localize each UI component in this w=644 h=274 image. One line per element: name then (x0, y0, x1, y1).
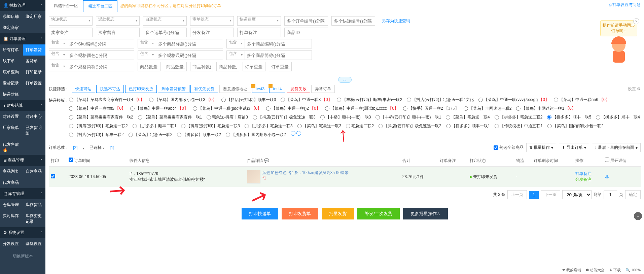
tpl-radio[interactable]: 【拼多多】宅急送二联2 (495, 113, 543, 121)
check-all-products[interactable]: 勾选全部商品 (494, 145, 524, 150)
tpl-radio[interactable]: 【抖店(云打印)】极兔速递一联3 (253, 113, 316, 121)
filter-select[interactable]: 审单状态 (190, 16, 234, 26)
tpl-radio[interactable]: 【菜鸟】菜鸟裹裹商家寄件一联4【0】 (69, 96, 144, 103)
filter-input[interactable] (269, 62, 292, 71)
tpl-radio[interactable]: 【抖店(云打印)】宅急送一联2 (69, 122, 128, 130)
page-1[interactable]: 1 (529, 191, 539, 199)
sort-dropdown[interactable]: ↕ 最后下单的排在前面 ▾ (592, 143, 641, 152)
collapse-toggle[interactable]: ︿ (338, 77, 352, 83)
contain-select[interactable]: 包含 (138, 50, 156, 60)
quick-filter-btn[interactable]: test3 (252, 85, 268, 93)
sidebar-item[interactable]: 备货单 (23, 56, 46, 67)
export-dropdown[interactable]: ⬇ 导出订单 ▾ (559, 143, 589, 152)
tpl-radio[interactable]: 【抖店(云打印)】宅急送一联4文化 (407, 96, 474, 103)
sidebar-item[interactable]: 添加店铺 (0, 11, 23, 22)
tpl-radio[interactable]: 【菜鸟】国内邮政小包一联3【0】 (149, 96, 216, 103)
filter-input[interactable] (67, 39, 134, 48)
switch-version[interactable]: 切换新版本 (0, 249, 45, 263)
tpl-radio[interactable]: 【菜鸟】中通一联()2【0】 (266, 105, 320, 112)
page-input[interactable] (604, 191, 617, 199)
sidebar-group[interactable]: 👤 授权管理˄ (0, 0, 45, 11)
sidebar-group[interactable]: 📋 订单管理˄ (0, 33, 45, 44)
more-batch-btn[interactable]: 更多批量操作∧ (403, 208, 448, 219)
filter-input[interactable] (331, 16, 375, 26)
tpl-radio[interactable]: 【菜鸟】中通一联abc4【0】 (130, 105, 188, 112)
tpl-radio[interactable]: 【拼多多】宅急送一联3 (245, 122, 293, 130)
quick-filter-btn[interactable]: 快递可达 (72, 85, 95, 93)
tpl-radio[interactable]: 【菜鸟】宅急送一联2 (129, 131, 173, 138)
sidebar-item[interactable]: 库存货品 (23, 199, 46, 210)
tab-platform-2[interactable]: 精选平台二区 (83, 0, 117, 12)
print-delivery-btn[interactable]: 打印发货单 (282, 208, 318, 219)
row-checkbox[interactable] (51, 174, 55, 178)
quick-filter-btn[interactable]: test4 (269, 85, 285, 93)
filter-input[interactable] (156, 50, 223, 60)
sidebar-item[interactable]: 商品列表 (0, 166, 23, 177)
quick-filter-btn[interactable]: 有优先发货 (190, 85, 218, 93)
filter-input[interactable] (67, 62, 134, 71)
sidebar-item[interactable]: 分发设置 (0, 238, 23, 249)
sidebar-item[interactable]: 已发货明细 (23, 122, 46, 139)
quick-filter-btn[interactable]: 快递不可达 (96, 85, 124, 93)
page-size[interactable]: 20 条/页 (562, 190, 592, 199)
print-express-btn[interactable]: 打印快递单 (242, 208, 278, 219)
tpl-radio[interactable]: 【拼多多】顺丰一联5 (547, 113, 591, 121)
filter-input[interactable] (190, 62, 213, 71)
sidebar-item[interactable]: 快递对账 (0, 89, 23, 100)
sidebar-item[interactable]: 对账中心 (23, 111, 46, 122)
tpl-radio[interactable]: 【抖店(云打印)】宅急送一联3 (181, 122, 240, 130)
tpl-radio[interactable]: 【抖店(云打印)】顺丰一联3 (221, 96, 276, 103)
contain-select[interactable]: 包含 (49, 39, 67, 48)
sidebar-item[interactable]: 基础设置 (23, 238, 46, 249)
filter-input[interactable] (143, 28, 187, 37)
tpl-radio[interactable]: 【菜鸟】国内邮政小包一联2 (547, 122, 604, 130)
sidebar-item[interactable]: 实时库存 (0, 210, 23, 227)
sidebar-item[interactable]: 打单发货 (23, 44, 46, 56)
tpl-radio[interactable]: 【传统模板】中通五联1 (495, 122, 543, 130)
sidebar-item[interactable]: 自营商品 (23, 166, 46, 177)
tpl-radio[interactable]: 【菜鸟】丰网速运一联2 (464, 105, 512, 112)
tpl-radio[interactable]: 【丰桥(云打印)】顺丰(丰密)一联1 (375, 113, 441, 121)
quick-filter-btn[interactable]: 已打印未发货 (125, 85, 157, 93)
sidebar-group[interactable]: ⬚ 库存管理˄ (0, 188, 45, 199)
expand-icon[interactable]: ⇊ (605, 174, 609, 179)
sidebar-item[interactable]: 厂家底单 (0, 122, 23, 139)
filter-input[interactable] (190, 28, 234, 37)
tpl-radio[interactable]: 【菜鸟】中通一联(测试tb)1xxxx【0】 (325, 105, 398, 112)
filter-select[interactable]: 自建状态 (143, 16, 187, 26)
page-go[interactable]: 确定 (625, 190, 641, 199)
filter-input[interactable] (216, 62, 239, 71)
sidebar-item[interactable]: 打印记录 (23, 67, 46, 78)
quick-filter-btn[interactable]: 恶意虚假地址 (219, 85, 251, 93)
sidebar-item[interactable]: 线下单 (0, 56, 23, 67)
filter-input[interactable] (284, 28, 328, 37)
tpl-radio[interactable]: 【菜鸟】中通一联(pdd测试)3【0】 (193, 105, 261, 112)
th-expand[interactable]: 展开详情 (603, 155, 641, 167)
status-zoom[interactable]: 🔍 100% (625, 268, 641, 272)
status-shop[interactable]: ❤ 我的店铺 (562, 268, 581, 273)
contain-select[interactable]: 包含 (49, 62, 67, 71)
save-query-link[interactable]: 另存为快捷查询 (382, 18, 410, 24)
sidebar-item[interactable]: 所有订单 (0, 44, 23, 56)
tpl-radio[interactable]: 【菜鸟】宅急送一联4 (446, 113, 490, 121)
tpl-radio[interactable]: 宅急送-抖店非店铺3 (207, 113, 248, 121)
filter-input[interactable] (245, 39, 312, 48)
contain-select[interactable]: 包含 (138, 39, 156, 48)
sidebar-item[interactable]: 对账设置 (0, 111, 23, 122)
filter-select[interactable]: 退款状态 (96, 16, 140, 26)
op-dispatch-note[interactable]: 分发备注 (575, 177, 601, 182)
tpl-radio[interactable]: 【菜鸟】中通一联nn6【0】 (554, 96, 610, 103)
tip-close[interactable]: ✕ (633, 18, 639, 24)
tpl-remove[interactable]: − (296, 131, 301, 136)
tpl-radio[interactable]: 【抖店(云打印)】极兔速递一联2 (379, 122, 441, 130)
print-settings-link[interactable]: ⎙ 打单设置与问题 (609, 2, 641, 8)
th-time[interactable]: 订单时间 (67, 155, 128, 167)
contain-select[interactable]: 包含 (226, 39, 245, 48)
filter-input[interactable] (237, 28, 281, 37)
sidebar-item[interactable]: 库存变更记录 (23, 210, 46, 227)
tpl-radio[interactable]: 【拼多多】国内邮政小包一联2 (226, 131, 286, 138)
tpl-radio[interactable]: 【抖店(云打印)】顺丰一联2 (69, 131, 124, 138)
filter-input[interactable] (49, 28, 93, 37)
status-download[interactable]: ⬇ 下载 (609, 268, 621, 273)
filter-input[interactable] (138, 62, 160, 71)
